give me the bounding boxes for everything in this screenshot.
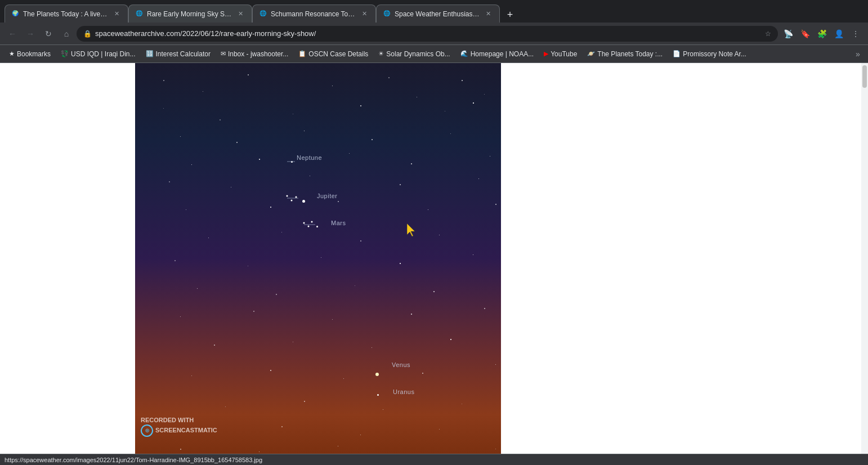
star (208, 238, 209, 238)
tab-label-2: Rare Early Morning Sky Show | S... (147, 10, 232, 18)
star (180, 316, 181, 317)
star (225, 406, 226, 407)
star (175, 260, 176, 261)
watermark-line1: RECORDED WITH (141, 416, 217, 424)
star (360, 435, 361, 435)
star (411, 314, 412, 315)
star (236, 142, 238, 143)
bookmark-label-noaa: Homepage | NOAA... (471, 50, 534, 58)
bookmark-noaa[interactable]: 🌊 Homepage | NOAA... (456, 48, 539, 60)
star (445, 111, 445, 111)
bookmarks-overflow-button[interactable]: » (852, 48, 863, 60)
watermark-brand: SCREENCASTMATIC (155, 426, 217, 435)
tab-close-3[interactable]: ✕ (360, 10, 369, 19)
bookmark-bar-button[interactable]: 🔖 (797, 26, 813, 42)
star (495, 364, 496, 365)
star (220, 119, 221, 120)
cast-button[interactable]: 📡 (780, 26, 796, 42)
stars-container (135, 63, 501, 454)
star (214, 345, 215, 346)
forward-button[interactable]: → (23, 26, 38, 42)
watermark-logo: ◎ SCREENCASTMATIC (141, 424, 217, 437)
tab-close-2[interactable]: ✕ (236, 10, 245, 19)
bookmark-youtube[interactable]: ▶ YouTube (539, 48, 581, 60)
home-button[interactable]: ⌂ (59, 26, 74, 42)
tab-schumann[interactable]: 🌐 Schumann Resonance Today ... ✕ (252, 5, 376, 23)
refresh-button[interactable]: ↻ (41, 26, 56, 42)
bookmark-bookmarks[interactable]: ★ Bookmarks (5, 48, 55, 60)
bookmark-youtube-icon: ▶ (544, 50, 548, 57)
tab-favicon-4: 🌐 (383, 10, 391, 18)
star (478, 178, 479, 179)
bookmark-oscn[interactable]: 📋 OSCN Case Details (294, 48, 373, 60)
tab-space-weather[interactable]: 🌐 Space Weather Enthusiasts Dash... ✕ (376, 5, 500, 23)
svg-point-7 (308, 226, 310, 227)
star (411, 163, 412, 164)
star (321, 257, 321, 258)
more-button[interactable]: ⋮ (848, 26, 863, 42)
bookmark-promissory[interactable]: 📄 Promissory Note Ar... (668, 48, 751, 60)
star (400, 263, 401, 264)
star (428, 209, 428, 210)
star (349, 153, 350, 154)
star (484, 94, 485, 95)
tab-label-1: The Planets Today : A live view o... (23, 10, 109, 18)
tab-planets-today[interactable]: 🌍 The Planets Today : A live view o... ✕ (5, 5, 128, 23)
svg-point-6 (303, 222, 305, 224)
bookmark-label-solar: Solar Dynamics Ob... (386, 50, 450, 58)
mars-label: Mars (331, 220, 346, 226)
bookmarks-bar: ★ Bookmarks 💱 USD IQD | Iraqi Din... 🔢 I… (0, 45, 868, 63)
star (248, 74, 249, 75)
star (388, 77, 390, 78)
star (163, 108, 164, 109)
bookmark-inbox[interactable]: ✉ Inbox - jwashooter... (216, 48, 293, 60)
bookmark-label-youtube: YouTube (551, 50, 577, 58)
star (253, 311, 254, 312)
bookmark-solar-dynamics[interactable]: ☀ Solar Dynamics Ob... (374, 48, 454, 60)
mars-line (304, 216, 332, 230)
bookmark-case-icon: 📋 (298, 50, 306, 57)
star (450, 133, 451, 134)
star (332, 86, 333, 86)
star (372, 139, 373, 140)
toolbar: ← → ↻ ⌂ 🔒 spaceweatherarchive.com/2022/0… (0, 23, 868, 45)
star (473, 102, 474, 104)
bookmark-sun-icon: ☀ (378, 50, 384, 57)
bookmark-usd-iqd[interactable]: 💱 USD IQD | Iraqi Din... (56, 48, 140, 60)
profile-button[interactable]: 👤 (831, 26, 847, 42)
bookmark-doc-icon: 📄 (673, 50, 681, 57)
star (281, 232, 282, 232)
star (338, 201, 339, 202)
star (270, 370, 271, 371)
scrollbar-thumb[interactable] (862, 65, 867, 88)
star (186, 209, 186, 210)
star (304, 131, 305, 131)
star (203, 91, 203, 92)
tab-rare-sky[interactable]: 🌐 Rare Early Morning Sky Show | S... ✕ (128, 5, 252, 23)
tab-label-3: Schumann Resonance Today ... (271, 10, 356, 18)
toolbar-right: 📡 🔖 🧩 👤 ⋮ (780, 26, 863, 42)
star (259, 159, 260, 160)
scrollbar[interactable] (861, 63, 868, 454)
star (422, 373, 423, 374)
bookmark-label-usd: USD IQD | Iraqi Din... (71, 50, 135, 58)
tab-bar: 🌍 The Planets Today : A live view o... ✕… (0, 0, 868, 23)
star (360, 240, 361, 242)
address-bar[interactable]: 🔒 spaceweatherarchive.com/2022/06/12/rar… (77, 26, 778, 42)
bookmark-currency-icon: 💱 (61, 50, 69, 57)
watermark: RECORDED WITH ◎ SCREENCASTMATIC (141, 416, 217, 437)
tab-close-4[interactable]: ✕ (484, 10, 493, 19)
bookmark-planets-today[interactable]: 🪐 The Planets Today :... (583, 48, 667, 60)
star (450, 339, 451, 340)
tab-close-1[interactable]: ✕ (112, 10, 121, 19)
back-button[interactable]: ← (5, 26, 20, 42)
bookmark-interest-calc[interactable]: 🔢 Interest Calculator (141, 48, 215, 60)
new-tab-button[interactable]: + (502, 7, 518, 23)
star (197, 288, 198, 289)
bookmark-planet-icon: 🪐 (587, 50, 595, 57)
bookmark-noaa-icon: 🌊 (460, 50, 468, 57)
star-bookmark-icon[interactable]: ☆ (765, 30, 771, 38)
bookmark-label-promissory: Promissory Note Ar... (683, 50, 746, 58)
star (473, 254, 473, 255)
extensions-button[interactable]: 🧩 (814, 26, 830, 42)
